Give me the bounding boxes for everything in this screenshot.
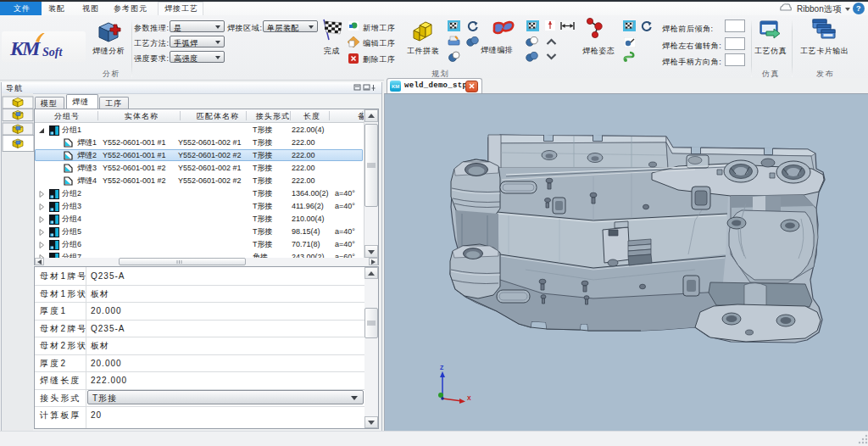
svg-text:KM: KM [9, 37, 42, 59]
svg-text:KM: KM [392, 84, 399, 89]
svg-text:Z: Z [440, 365, 444, 371]
svg-text:X: X [467, 395, 471, 401]
svg-text:Soft: Soft [42, 46, 63, 59]
